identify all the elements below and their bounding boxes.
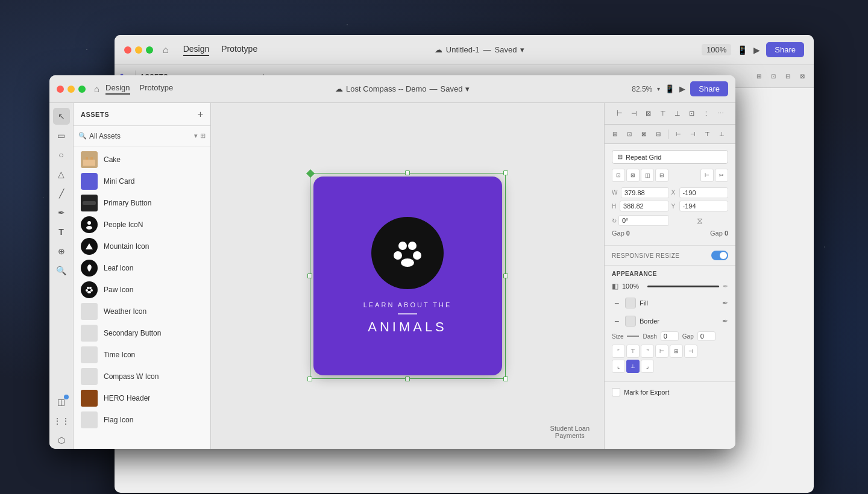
scissors-icon-btn[interactable]: ✂: [715, 169, 728, 182]
outer-align-icon-3[interactable]: ⊟: [781, 70, 794, 83]
ellipse-tool[interactable]: ○: [53, 146, 70, 163]
list-item[interactable]: Cake: [74, 149, 210, 170]
distribute-v-icon[interactable]: ⋯: [714, 107, 728, 120]
rectangle-tool[interactable]: ▭: [53, 127, 70, 144]
border-minus-icon[interactable]: −: [612, 316, 621, 326]
outer-minimize-button[interactable]: [135, 46, 142, 54]
list-item[interactable]: Time Icon: [74, 344, 210, 366]
align-btn-bc[interactable]: ⊥: [626, 360, 640, 373]
transform-icon-7[interactable]: ⊤: [700, 128, 714, 141]
clone-icon-1[interactable]: ⊡: [612, 169, 625, 182]
transform-icon-1[interactable]: ⊞: [608, 128, 621, 141]
export-checkbox[interactable]: [612, 388, 620, 396]
inner-share-button[interactable]: Share: [690, 81, 728, 96]
align-btn-ml[interactable]: ⊢: [655, 345, 668, 358]
list-item[interactable]: People IcoN: [74, 214, 210, 236]
inner-maximize-button[interactable]: [78, 86, 86, 93]
outer-maximize-button[interactable]: [146, 46, 153, 54]
eyedropper-opacity[interactable]: ✒: [723, 283, 728, 290]
height-input[interactable]: [620, 201, 668, 211]
y-input[interactable]: [679, 201, 728, 211]
gap-border-input[interactable]: [697, 331, 715, 341]
fill-eyedropper[interactable]: ✒: [722, 299, 728, 307]
align-btn-tl[interactable]: ⌜: [612, 345, 625, 358]
clone-icon-4[interactable]: ⊟: [655, 169, 668, 182]
responsive-resize-toggle[interactable]: [711, 251, 728, 260]
align-middle-v-icon[interactable]: ⊥: [671, 107, 684, 120]
list-item[interactable]: Leaf Icon: [74, 257, 210, 279]
outer-align-icon-4[interactable]: ⊠: [796, 70, 809, 83]
inner-device-icon[interactable]: 📱: [665, 84, 675, 93]
text-tool[interactable]: T: [53, 224, 70, 240]
list-item[interactable]: Mini Card: [74, 170, 210, 192]
inner-prototype-tab[interactable]: Prototype: [140, 83, 174, 95]
rotation-input[interactable]: [618, 215, 669, 226]
opacity-bar[interactable]: [647, 286, 719, 287]
outer-zoom[interactable]: 100%: [702, 44, 731, 55]
plugins-icon[interactable]: ⬡: [53, 432, 70, 449]
align-btn-tc[interactable]: ⊤: [626, 345, 640, 358]
list-item[interactable]: Mountain Icon: [74, 236, 210, 257]
x-input[interactable]: [679, 187, 728, 198]
inner-design-tab[interactable]: Design: [105, 83, 130, 95]
select-tool[interactable]: ↖: [53, 108, 70, 125]
outer-prototype-tab[interactable]: Prototype: [221, 44, 257, 56]
time-icon-btn[interactable]: ⊢: [700, 169, 714, 182]
clone-icon-3[interactable]: ◫: [641, 169, 654, 182]
clone-icon-2[interactable]: ⊠: [626, 169, 640, 182]
grid-view-button[interactable]: ⊞: [200, 132, 206, 140]
assets-list[interactable]: Cake Mini Card Primary Button: [74, 146, 210, 449]
inner-chevron-zoom[interactable]: ▾: [657, 86, 660, 92]
inner-play-icon[interactable]: ▶: [679, 84, 685, 93]
outer-share-button[interactable]: Share: [766, 42, 804, 57]
list-item[interactable]: Paw Icon: [74, 279, 210, 301]
list-item[interactable]: HERO Header: [74, 387, 210, 409]
assets-panel-toggle[interactable]: ⋮⋮: [53, 413, 70, 430]
align-btn-mc[interactable]: ⊞: [670, 345, 683, 358]
transform-icon-4[interactable]: ⊟: [652, 128, 665, 141]
width-input[interactable]: [621, 187, 669, 198]
layers-panel-toggle[interactable]: ◫: [53, 393, 70, 410]
design-card[interactable]: LEARN ABOUT THE ANIMALS: [313, 177, 502, 375]
repeat-grid-button[interactable]: ⊞ Repeat Grid: [612, 150, 728, 164]
assets-add-button[interactable]: +: [198, 110, 203, 119]
inner-close-button[interactable]: [57, 86, 64, 93]
align-btn-br[interactable]: ⌟: [641, 360, 654, 373]
component-tool[interactable]: ⊕: [53, 243, 70, 260]
align-left-icon[interactable]: ⊢: [613, 107, 626, 120]
outer-close-button[interactable]: [124, 46, 131, 54]
border-color-swatch[interactable]: [625, 316, 636, 327]
list-item[interactable]: Primary Button: [74, 192, 210, 214]
border-eyedropper[interactable]: ✒: [722, 317, 728, 325]
line-tool[interactable]: ╱: [53, 185, 70, 202]
pen-tool[interactable]: ✒: [53, 204, 70, 221]
dash-input[interactable]: [661, 331, 679, 341]
list-item[interactable]: Secondary Button: [74, 322, 210, 344]
inner-zoom-text[interactable]: 82.5%: [632, 85, 652, 93]
triangle-tool[interactable]: △: [53, 166, 70, 183]
list-item[interactable]: Weather Icon: [74, 301, 210, 322]
outer-align-icon-1[interactable]: ⊞: [752, 70, 766, 83]
outer-play-icon[interactable]: ▶: [753, 45, 760, 55]
align-btn-bl[interactable]: ⌞: [612, 360, 625, 373]
align-btn-mr[interactable]: ⊣: [684, 345, 697, 358]
fill-color-swatch[interactable]: [625, 298, 636, 308]
canvas-area[interactable]: LEARN ABOUT THE ANIMALS Student Loan Pay…: [211, 103, 604, 449]
align-right-icon[interactable]: ⊠: [642, 107, 655, 120]
transform-icon-2[interactable]: ⊡: [623, 128, 636, 141]
fill-minus-icon[interactable]: −: [612, 298, 621, 308]
list-view-button[interactable]: ▾: [194, 132, 198, 140]
transform-icon-8[interactable]: ⊥: [715, 128, 728, 141]
outer-design-tab[interactable]: Design: [183, 44, 210, 56]
inner-home-icon[interactable]: ⌂: [94, 84, 99, 94]
align-bottom-icon[interactable]: ⊡: [685, 107, 699, 120]
zoom-tool[interactable]: 🔍: [53, 262, 70, 279]
outer-device-icon[interactable]: 📱: [737, 45, 747, 55]
outer-align-icon-2[interactable]: ⊡: [767, 70, 780, 83]
align-top-icon[interactable]: ⊤: [656, 107, 670, 120]
transform-icon-6[interactable]: ⊣: [686, 128, 699, 141]
align-btn-tr[interactable]: ⌝: [641, 345, 654, 358]
inner-minimize-button[interactable]: [68, 86, 75, 93]
transform-icon-3[interactable]: ⊠: [637, 128, 650, 141]
outer-home-icon[interactable]: ⌂: [163, 45, 169, 55]
